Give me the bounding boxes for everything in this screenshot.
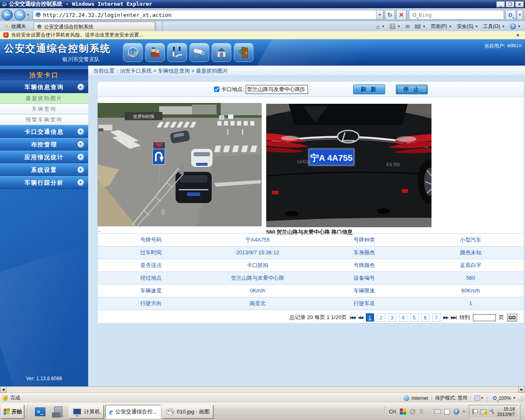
sidebar-item-control-management[interactable]: 布控管理 ▼ <box>0 138 88 151</box>
ime-help-icon[interactable]: ? <box>453 409 459 415</box>
location-checkbox[interactable] <box>214 87 219 92</box>
sidebar-item-alarm-vehicle-query[interactable]: 报警车辆查询 <box>0 114 88 125</box>
favorites-star-icon[interactable]: ★ <box>4 23 9 30</box>
stop-button[interactable]: × <box>396 10 406 20</box>
taskbar-button-ie[interactable]: e 公安交通综合控... <box>105 405 161 419</box>
ime-menu-icon[interactable] <box>445 409 450 415</box>
sidebar-item-latest-captures[interactable]: 最新抓拍图片 <box>0 93 88 104</box>
search-box[interactable]: Bing <box>409 10 504 20</box>
ime-icon[interactable] <box>400 409 406 415</box>
stop-data-button[interactable]: 停 止 <box>396 84 428 94</box>
refresh-button[interactable]: ↻ <box>385 10 395 20</box>
zoom-dropdown-icon[interactable]: ▼ <box>513 396 516 400</box>
url-dropdown-icon[interactable]: ▼ <box>376 10 383 19</box>
chevron-down-icon[interactable]: ▼ <box>78 179 84 186</box>
first-page-icon[interactable]: |◀◀ <box>349 315 355 320</box>
warning-close-icon[interactable]: × <box>516 32 522 38</box>
browser-tab[interactable]: 公安交通综合控制系统 <box>34 22 155 31</box>
next-page-icon[interactable]: ▶▶ <box>443 315 448 320</box>
server-manager-launcher[interactable] <box>52 405 65 418</box>
taskbar-button-paint[interactable]: 010.jpg - 画图 <box>162 405 213 419</box>
home-icon[interactable]: ⌂ <box>376 23 380 30</box>
page-number[interactable]: 6 <box>421 313 429 322</box>
page-number[interactable]: 2 <box>377 313 385 322</box>
status-page-dropdown-icon[interactable]: ▼ <box>480 396 484 400</box>
close-button[interactable]: × <box>515 1 524 7</box>
language-bar-options-icon[interactable]: ▾ <box>463 410 465 413</box>
powershell-launcher[interactable]: >_ <box>34 405 47 418</box>
print-dropdown-icon[interactable]: ▼ <box>422 25 426 28</box>
rss-icon[interactable]: ) <box>390 23 395 29</box>
network-warning-icon[interactable] <box>480 409 486 414</box>
sidebar-item-vehicle-tracking[interactable]: 车辆行踪分析 ▼ <box>0 176 88 189</box>
restore-button[interactable]: ❐ <box>506 1 514 7</box>
favorites-label[interactable]: 收藏夹 <box>11 23 26 30</box>
page-number[interactable]: 5 <box>410 313 418 322</box>
status-page-icon[interactable] <box>474 395 480 401</box>
chevron-down-icon[interactable]: ▼ <box>78 141 84 148</box>
start-button[interactable]: 开始 <box>1 405 24 419</box>
no-entry-icon[interactable] <box>410 409 415 415</box>
address-field[interactable]: ▼ <box>33 10 383 20</box>
sidebar-item-system-settings[interactable]: 系统设置 ▼ <box>0 163 88 176</box>
refresh-data-button[interactable]: 刷 新 <box>353 84 385 94</box>
separator <box>487 395 487 402</box>
camera-button[interactable] <box>189 43 209 62</box>
lang-ch-indicator[interactable]: CH <box>389 409 396 415</box>
help-icon[interactable]: ? <box>510 23 516 30</box>
page-number[interactable]: 3 <box>388 313 396 322</box>
action-center-flag-icon[interactable] <box>472 409 477 415</box>
chevron-down-icon[interactable]: ▼ <box>78 167 84 173</box>
sidebar-item-usage-statistics[interactable]: 应用情况统计 ▼ <box>0 151 88 163</box>
prev-page-icon[interactable]: ◀◀ <box>358 315 363 320</box>
back-button[interactable]: ← <box>2 9 13 21</box>
menu-page[interactable]: 页面(P) <box>431 23 447 30</box>
tray-clock[interactable]: 15:18 2013/9/7 <box>497 406 515 417</box>
security-warning-bar[interactable]: × 当前安全设置会使计算机有风险。请单击这里更改安全设置... × <box>0 31 525 39</box>
sidebar-item-vehicle-query[interactable]: 车辆查询 <box>0 104 88 114</box>
taskbar-button-computer[interactable]: 计算机 <box>69 405 104 419</box>
search-go-button[interactable] <box>505 10 516 20</box>
goto-page-input[interactable] <box>473 314 496 321</box>
scroll-right-icon[interactable]: ▶ <box>518 386 525 393</box>
network-globe-button[interactable] <box>123 43 143 62</box>
chevron-down-icon[interactable]: ▼ <box>78 128 84 135</box>
zoom-control[interactable]: 100% ▼ <box>491 395 518 401</box>
exit-button[interactable] <box>234 43 253 62</box>
new-tab-stub[interactable] <box>156 22 162 31</box>
scroll-left-icon[interactable]: ◀ <box>0 386 7 393</box>
rss-dropdown-icon[interactable]: ▼ <box>397 25 400 28</box>
scrollbar-track[interactable] <box>7 386 518 393</box>
page-number-current[interactable]: 1 <box>366 313 374 322</box>
punctuation-icon[interactable]: ·, <box>428 409 431 415</box>
minimize-button[interactable]: _ <box>496 1 505 7</box>
location-input[interactable] <box>246 85 308 94</box>
checkpoint-button[interactable] <box>167 43 187 62</box>
menu-security[interactable]: 安全(S) <box>457 23 473 30</box>
forward-button[interactable]: → <box>14 9 25 21</box>
show-desktop-button[interactable] <box>520 403 525 420</box>
last-page-icon[interactable]: ▶▶| <box>451 315 457 320</box>
barrier-icon <box>171 46 184 59</box>
page-number[interactable]: 4 <box>399 313 407 322</box>
sidebar-item-checkpoint-traffic[interactable]: 卡口交通信息 ▼ <box>0 125 88 138</box>
menu-tools[interactable]: 工具(O) <box>483 23 500 30</box>
url-input[interactable] <box>43 12 376 18</box>
mail-icon[interactable]: ✉ <box>405 23 410 30</box>
search-options-icon[interactable]: ▼ <box>517 10 523 20</box>
history-dropdown-icon[interactable]: ▼ <box>26 13 30 17</box>
soft-keyboard-icon[interactable] <box>434 409 441 414</box>
go-button[interactable]: GO <box>507 314 517 322</box>
home-dropdown-icon[interactable]: ▼ <box>381 25 385 28</box>
volume-muted-icon[interactable]: × <box>489 409 494 415</box>
horizontal-scrollbar[interactable]: ◀ ▶ <box>0 386 525 393</box>
lang-en-indicator[interactable]: 英 <box>419 408 424 415</box>
home-page-button[interactable] <box>212 43 231 62</box>
print-icon[interactable] <box>415 24 421 29</box>
officer-button[interactable] <box>145 43 165 62</box>
chevron-down-icon[interactable]: ▼ <box>78 154 84 160</box>
security-warning-text[interactable]: 当前安全设置会使计算机有风险。请单击这里更改安全设置... <box>11 32 143 39</box>
sidebar-group-vehicle-info[interactable]: 车辆信息查询 ▲ <box>0 80 88 93</box>
page-number[interactable]: 7 <box>432 313 441 322</box>
chevron-up-icon[interactable]: ▲ <box>78 84 84 90</box>
